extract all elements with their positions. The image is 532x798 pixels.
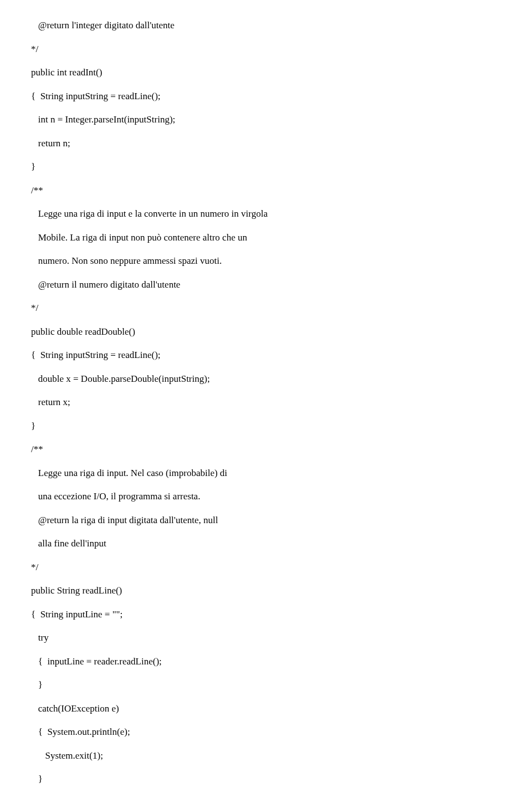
code-line: { System.out.println(e); <box>31 726 501 738</box>
code-line: catch(IOException e) <box>31 703 501 714</box>
code-line: Legge una riga di input e la converte in… <box>31 208 501 219</box>
code-line: public double readDouble() <box>31 326 501 337</box>
code-line: } <box>31 420 501 432</box>
code-line: { String inputLine = ""; <box>31 608 501 620</box>
code-line: */ <box>31 561 501 573</box>
code-line: @return il numero digitato dall'utente <box>31 279 501 290</box>
code-line: public int readInt() <box>31 66 501 78</box>
code-line: { inputLine = reader.readLine(); <box>31 656 501 667</box>
code-line: Legge una riga di input. Nel caso (impro… <box>31 467 501 479</box>
code-listing: @return l'integer digitato dall'utente *… <box>31 8 501 798</box>
code-line: } <box>31 161 501 172</box>
code-line: numero. Non sono neppure ammessi spazi v… <box>31 255 501 267</box>
code-line: } <box>31 679 501 690</box>
code-line: return n; <box>31 137 501 149</box>
code-line: public String readLine() <box>31 585 501 596</box>
code-line: @return la riga di input digitata dall'u… <box>31 514 501 526</box>
code-line: } <box>31 773 501 785</box>
code-line: /** <box>31 443 501 455</box>
code-line: return x; <box>31 396 501 408</box>
code-line: { String inputString = readLine(); <box>31 90 501 102</box>
code-line: @return l'integer digitato dall'utente <box>31 19 501 31</box>
code-line: */ <box>31 43 501 55</box>
code-line: int n = Integer.parseInt(inputString); <box>31 114 501 125</box>
code-line: una eccezione I/O, il programma si arres… <box>31 490 501 502</box>
code-line: Mobile. La riga di input non può contene… <box>31 232 501 243</box>
code-line: /** <box>31 185 501 196</box>
code-line: { String inputString = readLine(); <box>31 349 501 361</box>
code-line: try <box>31 632 501 643</box>
code-line: System.exit(1); <box>31 750 501 761</box>
code-line: */ <box>31 302 501 314</box>
code-line: double x = Double.parseDouble(inputStrin… <box>31 373 501 385</box>
code-line: alla fine dell'input <box>31 538 501 549</box>
